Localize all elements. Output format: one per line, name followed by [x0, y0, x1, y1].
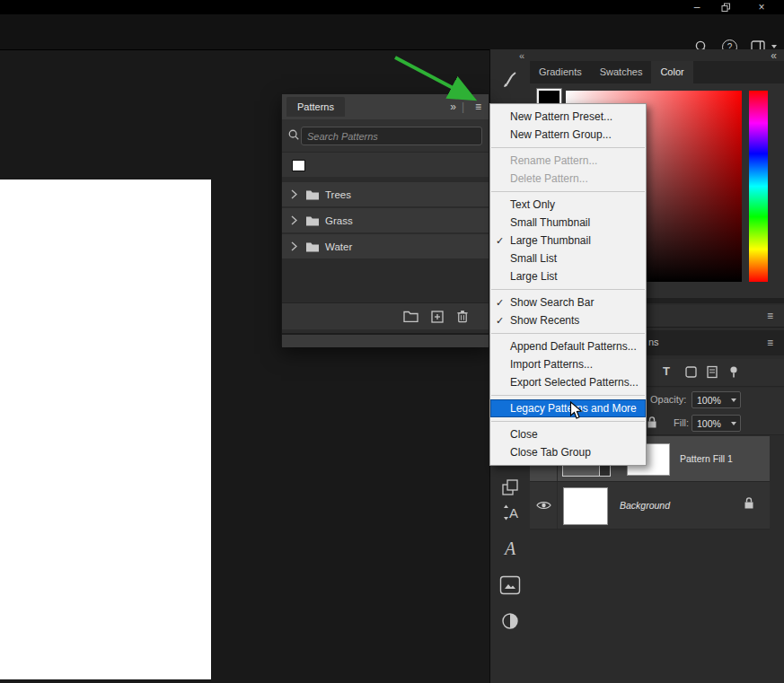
layer-name[interactable]: Background [620, 500, 670, 511]
search-patterns-input[interactable] [301, 127, 482, 145]
fill-value-dropdown[interactable]: 100% [692, 415, 741, 432]
svg-text:A: A [509, 505, 518, 521]
collapse-dock-icon[interactable]: « [519, 50, 524, 61]
pattern-group-label: Water [325, 241, 352, 252]
hue-slider[interactable] [749, 91, 768, 282]
menu-item-large-list[interactable]: Large List [490, 267, 646, 285]
layer-visibility-toggle[interactable] [530, 482, 558, 529]
eye-icon [536, 500, 551, 511]
tab-patterns[interactable]: Patterns [286, 97, 345, 117]
background-layer-thumbnail[interactable] [563, 487, 608, 525]
pattern-group-list: Trees Grass Water [282, 177, 489, 302]
lock-all-icon[interactable] [647, 416, 657, 429]
menu-item-text-only[interactable]: Text Only [490, 196, 646, 214]
folder-icon [305, 189, 320, 200]
patterns-panel-context-menu: New Pattern Preset... New Pattern Group.… [489, 103, 647, 466]
opacity-value: 100% [697, 395, 721, 406]
filter-smart-objects-icon[interactable] [706, 365, 718, 379]
partially-hidden-tab[interactable]: ns [648, 337, 659, 347]
menu-item-close-tab-group[interactable]: Close Tab Group [490, 443, 646, 461]
chevron-down-icon [731, 422, 736, 425]
menu-item-legacy-patterns-and-more[interactable]: Legacy Patterns and More [490, 399, 646, 417]
fill-layer-badge-icon [599, 465, 611, 477]
layer-lock-icon[interactable] [744, 496, 754, 510]
clone-source-panel-icon[interactable] [498, 476, 522, 499]
color-group-tabbar: Gradients Swatches Color [530, 61, 784, 83]
new-pattern-button[interactable] [431, 311, 444, 323]
photoshop-window: – × ? « [0, 0, 784, 683]
recent-patterns-strip [282, 152, 489, 178]
patterns-panel: Patterns » | ≡ [281, 93, 489, 346]
menu-separator [491, 421, 645, 422]
menu-item-small-list[interactable]: Small List [490, 250, 646, 267]
menu-item-export-selected-patterns[interactable]: Export Selected Patterns... [490, 373, 646, 391]
chevron-right-icon[interactable] [282, 189, 305, 199]
menu-item-append-default-patterns[interactable]: Append Default Patterns... [490, 337, 646, 355]
filter-type-layers-icon[interactable]: T [663, 364, 670, 378]
brush-settings-panel-icon[interactable] [498, 67, 522, 91]
application-bar: ? [0, 14, 784, 50]
menu-separator [491, 147, 645, 148]
menu-item-new-pattern-preset[interactable]: New Pattern Preset... [490, 108, 646, 126]
tab-color[interactable]: Color [651, 61, 692, 83]
folder-icon [305, 215, 320, 226]
tab-gradients[interactable]: Gradients [530, 61, 591, 83]
filter-shape-layers-icon[interactable] [684, 365, 698, 379]
close-button[interactable]: × [750, 0, 773, 14]
menu-item-close[interactable]: Close [490, 425, 646, 443]
dock-collapse-icon[interactable]: « [771, 50, 777, 61]
opacity-value-dropdown[interactable]: 100% [692, 391, 741, 408]
mouse-cursor [569, 401, 583, 420]
patterns-panel-footer [282, 302, 489, 329]
chevron-down-icon [731, 398, 736, 402]
glyphs-panel-icon[interactable]: A [498, 537, 522, 560]
panel-menu-icon[interactable]: ≡ [767, 337, 773, 348]
tab-swatches[interactable]: Swatches [591, 61, 652, 83]
menu-separator [491, 333, 645, 334]
pattern-group-water[interactable]: Water [282, 234, 489, 258]
fill-value: 100% [697, 418, 721, 429]
opacity-label: Opacity: [650, 394, 686, 405]
layer-name[interactable]: Pattern Fill 1 [680, 453, 733, 464]
pattern-group-label: Trees [325, 189, 351, 200]
pattern-group-grass[interactable]: Grass [282, 208, 489, 232]
delete-pattern-button[interactable] [456, 310, 469, 323]
chevron-down-icon[interactable] [771, 45, 777, 48]
adjustments-panel-icon[interactable] [498, 609, 522, 633]
menu-separator [491, 191, 645, 192]
new-group-button[interactable] [403, 311, 418, 322]
panel-menu-icon[interactable]: ≡ [767, 311, 773, 321]
menu-item-large-thumbnail[interactable]: Large Thumbnail [490, 232, 646, 250]
menu-item-new-pattern-group[interactable]: New Pattern Group... [490, 126, 646, 144]
menu-separator [491, 395, 645, 396]
panel-resize-edge[interactable] [282, 333, 489, 347]
dock-header: « [530, 49, 784, 61]
document-canvas[interactable] [0, 180, 211, 679]
search-icon [287, 128, 300, 141]
menu-item-small-thumbnail[interactable]: Small Thumbnail [490, 214, 646, 232]
libraries-panel-icon[interactable] [498, 574, 522, 597]
pattern-group-label: Grass [325, 215, 353, 226]
patterns-search-row [282, 119, 489, 152]
menu-item-show-search-bar[interactable]: Show Search Bar [490, 293, 646, 311]
menu-item-import-patterns[interactable]: Import Patterns... [490, 355, 646, 373]
layer-row-background[interactable]: Background [530, 482, 770, 530]
minimize-button[interactable]: – [685, 0, 709, 14]
character-panel-icon[interactable]: A [498, 501, 522, 524]
pattern-group-trees[interactable]: Trees [282, 182, 489, 206]
chevron-right-icon[interactable] [282, 241, 305, 251]
fill-label: Fill: [674, 417, 689, 428]
annotation-arrow-green [384, 50, 488, 113]
folder-icon [305, 241, 320, 252]
menu-item-rename-pattern: Rename Pattern... [490, 152, 646, 170]
menu-item-show-recents[interactable]: Show Recents [490, 311, 646, 329]
restore-icon [721, 3, 731, 13]
filter-toggle-icon[interactable] [727, 365, 740, 379]
titlebar: – × [0, 0, 784, 14]
menu-separator [491, 289, 645, 290]
restore-button[interactable] [714, 0, 737, 14]
recent-pattern-swatch[interactable] [292, 160, 305, 171]
chevron-right-icon[interactable] [282, 215, 305, 225]
menu-item-delete-pattern: Delete Pattern... [490, 170, 646, 188]
